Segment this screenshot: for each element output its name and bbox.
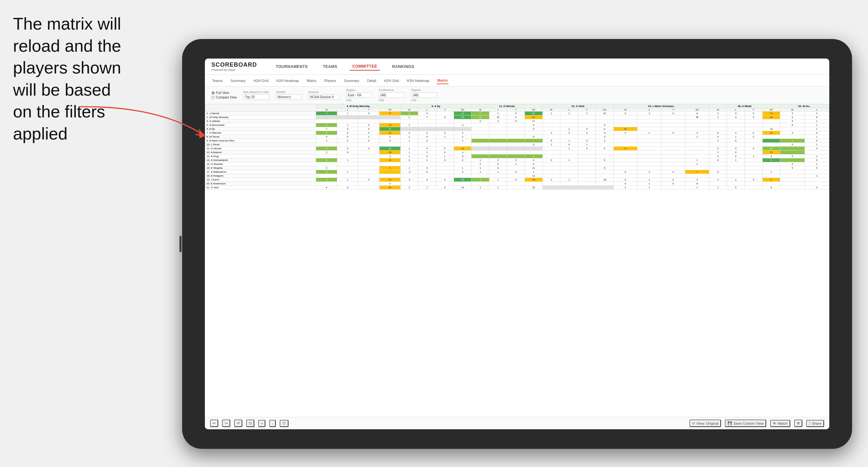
subnav-h2hheatmap1[interactable]: H2H Heatmap bbox=[275, 77, 300, 84]
data-cell: 0 bbox=[709, 170, 727, 174]
data-cell bbox=[685, 147, 709, 151]
subnav-summary2[interactable]: Summary bbox=[343, 77, 360, 84]
data-cell bbox=[379, 119, 400, 123]
data-cell: 1 bbox=[542, 112, 560, 116]
subnav-players[interactable]: Players bbox=[323, 77, 337, 84]
division-select[interactable]: NCAA Division II bbox=[308, 94, 340, 100]
data-cell: 0 bbox=[418, 166, 436, 170]
data-cell: 19 bbox=[379, 178, 400, 182]
subnav-detail[interactable]: Detail bbox=[367, 77, 377, 84]
reset-button[interactable]: ↺ bbox=[234, 419, 242, 427]
data-cell bbox=[685, 127, 709, 131]
players-select[interactable]: (All) bbox=[411, 92, 437, 98]
nav-tournaments[interactable]: TOURNAMENTS bbox=[273, 63, 311, 70]
data-cell bbox=[578, 116, 596, 119]
data-cell: 0 bbox=[436, 158, 454, 162]
subnav-teams[interactable]: Teams bbox=[211, 77, 223, 84]
data-cell bbox=[709, 127, 727, 131]
subnav-h2hgrid1[interactable]: H2H Grid bbox=[253, 77, 269, 84]
save-custom-button[interactable]: 💾 Save Custom View bbox=[725, 419, 766, 427]
data-cell bbox=[542, 151, 560, 154]
data-cell bbox=[489, 147, 507, 151]
data-cell bbox=[685, 119, 709, 123]
redo-button[interactable]: ↪ bbox=[222, 419, 230, 427]
data-cell: 3 bbox=[805, 186, 829, 190]
data-cell: 0 bbox=[436, 116, 454, 119]
data-cell bbox=[337, 119, 359, 123]
nav-teams[interactable]: TEAMS bbox=[320, 63, 340, 70]
data-cell bbox=[638, 154, 661, 158]
data-cell bbox=[661, 158, 685, 162]
region-select[interactable]: East - DII bbox=[346, 92, 372, 98]
subnav-matrix2[interactable]: Matrix bbox=[436, 77, 448, 84]
table-row: 3. S Jelinek0201701 bbox=[205, 119, 829, 123]
data-cell: 4 bbox=[727, 116, 745, 119]
zoom-fit-button[interactable]: ⊡ bbox=[246, 419, 254, 427]
gender-select[interactable]: Women's bbox=[276, 94, 302, 100]
save-icon: 💾 bbox=[727, 421, 732, 425]
full-view-radio[interactable]: Full View bbox=[211, 91, 237, 95]
sub-l2: L bbox=[418, 108, 436, 112]
zoom-in-button[interactable]: + bbox=[258, 420, 266, 427]
data-cell bbox=[661, 151, 685, 154]
data-cell: 4 bbox=[418, 147, 436, 151]
data-cell: 1 bbox=[316, 139, 337, 143]
data-cell: 50 bbox=[525, 112, 542, 116]
data-cell bbox=[661, 154, 685, 158]
data-cell bbox=[685, 174, 709, 178]
data-cell: 1 bbox=[337, 158, 359, 162]
data-cell bbox=[745, 127, 763, 131]
view-original-button[interactable]: ⊙ View: Original bbox=[689, 419, 721, 427]
table-row: 12. A Bianchi20-5811042025 bbox=[205, 151, 829, 154]
compact-view-radio[interactable]: Compact View bbox=[211, 96, 237, 99]
undo-button[interactable]: ↩ bbox=[210, 419, 218, 427]
clock-button[interactable]: ⏱ bbox=[280, 420, 288, 427]
data-cell: 0 bbox=[578, 139, 596, 143]
data-cell bbox=[337, 174, 359, 178]
data-cell: 0 bbox=[661, 182, 685, 186]
subnav-matrix1[interactable]: Matrix bbox=[306, 77, 317, 84]
data-cell bbox=[507, 143, 525, 147]
conference-select[interactable]: (All) bbox=[378, 92, 405, 98]
sub-t5: T bbox=[661, 108, 685, 112]
nav-committee[interactable]: COMMITTEE bbox=[350, 63, 380, 70]
data-cell bbox=[316, 182, 337, 186]
data-cell: 0 bbox=[400, 158, 418, 162]
data-cell bbox=[780, 186, 805, 190]
data-cell bbox=[613, 119, 638, 123]
data-cell bbox=[418, 162, 436, 166]
data-cell bbox=[542, 170, 560, 174]
data-cell: 2 bbox=[418, 131, 436, 135]
max-players-select[interactable]: Top 25 bbox=[243, 94, 269, 100]
data-cell: 0 bbox=[436, 131, 454, 135]
player-name-cell: 9. A Maria Jimenez Rios bbox=[205, 139, 316, 143]
nav-rankings[interactable]: RANKINGS bbox=[390, 63, 417, 70]
subnav-summary1[interactable]: Summary bbox=[229, 77, 246, 84]
data-cell: 2 bbox=[596, 139, 614, 143]
table-row: 15. H Stranda0010101 bbox=[205, 162, 829, 166]
subnav-h2hgrid2[interactable]: H2H Grid bbox=[383, 77, 400, 84]
share-button[interactable]: ⤴ Share bbox=[806, 420, 824, 427]
data-cell bbox=[661, 116, 685, 119]
bottom-toolbar: ↩ ↪ ↺ ⊡ + - ⏱ ⊙ View: Original 💾 Save Cu… bbox=[205, 417, 829, 429]
data-cell: 1 bbox=[709, 186, 727, 190]
data-cell bbox=[489, 143, 507, 147]
data-cell bbox=[560, 174, 578, 178]
data-cell bbox=[358, 116, 379, 119]
zoom-out-button[interactable]: - bbox=[269, 420, 276, 427]
data-cell bbox=[337, 162, 359, 166]
data-cell bbox=[709, 119, 727, 123]
table-row: 20. E Andersson20108 bbox=[205, 182, 829, 186]
data-cell: 14 bbox=[454, 186, 471, 190]
data-cell: 1 bbox=[727, 158, 745, 162]
subnav-h2hheatmap2[interactable]: H2H Heatmap bbox=[406, 77, 430, 84]
col-header-stoll: 21. O Stoll bbox=[542, 104, 613, 108]
data-cell bbox=[638, 119, 661, 123]
layout-button[interactable]: ⊞ bbox=[794, 419, 802, 427]
watch-button[interactable]: 👁 Watch bbox=[770, 420, 790, 427]
data-cell bbox=[613, 158, 638, 162]
data-cell: 1 bbox=[805, 123, 829, 127]
data-cell bbox=[578, 123, 596, 127]
data-cell: 0 bbox=[489, 162, 507, 166]
data-cell: 5 bbox=[454, 158, 471, 162]
